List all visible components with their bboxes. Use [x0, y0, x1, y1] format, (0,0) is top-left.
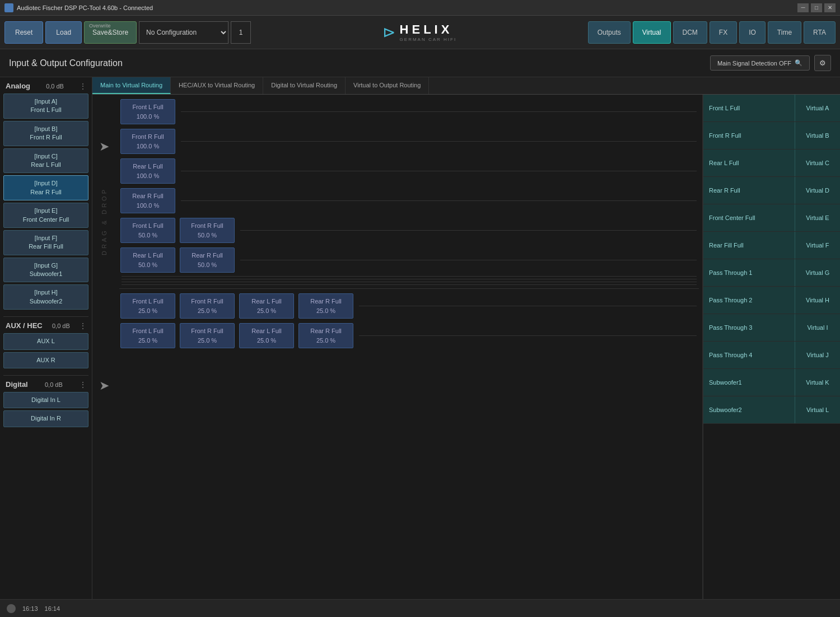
analog-title: Analog [6, 82, 30, 90]
sidebar-item-aux-r[interactable]: AUX R [3, 352, 88, 368]
output-virtual-j[interactable]: Virtual J [795, 342, 840, 368]
output-virtual-i[interactable]: Virtual I [795, 314, 840, 341]
output-label-3: Rear L Full [703, 149, 795, 176]
block-rear-r-50[interactable]: Rear R Full 50.0 % [180, 247, 235, 273]
maximize-button[interactable]: □ [811, 3, 822, 12]
line-7 [122, 276, 697, 277]
output-virtual-c[interactable]: Virtual C [795, 149, 840, 176]
output-panel: Front L Full Virtual A Front R Full Virt… [703, 95, 840, 599]
block-rl-25-2[interactable]: Rear L Full 25.0 % [239, 323, 294, 348]
load-button[interactable]: Load [45, 21, 82, 44]
output-label-1: Front L Full [703, 95, 795, 121]
toolbar: Reset Load Overwrite Save&Store No Confi… [0, 16, 840, 49]
config-select[interactable]: No Configuration [139, 21, 228, 44]
block-rear-r-100[interactable]: Rear R Full 100.0 % [120, 188, 175, 213]
output-row-8: Pass Through 2 Virtual H [703, 287, 840, 314]
line-11 [359, 306, 697, 306]
sidebar: Analog 0,0 dB ⋮ [Input A] Front L Full [… [0, 77, 92, 599]
routing-row-6: Rear L Full 50.0 % Rear R Full 50.0 % [119, 246, 699, 274]
output-virtual-k[interactable]: Virtual K [795, 369, 840, 396]
output-virtual-e[interactable]: Virtual E [795, 204, 840, 231]
sidebar-divider-1 [3, 316, 88, 317]
sidebar-item-input-h[interactable]: [Input H]Subwoofer2 [3, 284, 88, 310]
output-virtual-g[interactable]: Virtual G [795, 259, 840, 286]
block-front-l-100[interactable]: Front L Full 100.0 % [120, 99, 175, 124]
analog-menu-icon[interactable]: ⋮ [80, 82, 86, 90]
output-row-2: Front R Full Virtual B [703, 122, 840, 149]
nav-fx-button[interactable]: FX [710, 21, 737, 44]
nav-time-button[interactable]: Time [768, 21, 801, 44]
tab-hec-virtual[interactable]: HEC/AUX to Virtual Routing [171, 77, 263, 94]
output-label-7: Pass Through 1 [703, 259, 795, 286]
output-label-4: Rear R Full [703, 177, 795, 204]
block-rear-l-100[interactable]: Rear L Full 100.0 % [120, 158, 175, 184]
arrow-icon-2: ➤ [99, 378, 109, 393]
line-5 [240, 230, 697, 231]
block-front-r-50[interactable]: Front R Full 50.0 % [180, 218, 235, 243]
nav-virtual-button[interactable]: Virtual [633, 21, 671, 44]
sidebar-item-aux-l[interactable]: AUX L [3, 333, 88, 349]
sidebar-divider-2 [3, 375, 88, 376]
sidebar-item-input-e[interactable]: [Input E]Front Center Full [3, 203, 88, 228]
output-row-5: Front Center Full Virtual E [703, 204, 840, 232]
block-rr-25-2[interactable]: Rear R Full 25.0 % [298, 323, 353, 348]
block-rear-l-50[interactable]: Rear L Full 50.0 % [120, 247, 175, 273]
logo-symbol: ⊳ [382, 23, 395, 41]
output-label-11: Subwoofer1 [703, 369, 795, 396]
aux-menu-icon[interactable]: ⋮ [80, 322, 86, 330]
line-9 [122, 282, 697, 282]
digital-menu-icon[interactable]: ⋮ [80, 381, 86, 389]
nav-outputs-button[interactable]: Outputs [588, 21, 631, 44]
block-fl-25-1[interactable]: Front L Full 25.0 % [120, 293, 175, 319]
config-number[interactable] [231, 21, 251, 44]
output-virtual-h[interactable]: Virtual H [795, 287, 840, 314]
nav-io-button[interactable]: IO [739, 21, 766, 44]
output-virtual-f[interactable]: Virtual F [795, 232, 840, 259]
aux-header: AUX / HEC 0,0 dB ⋮ [3, 321, 88, 330]
signal-detection-button[interactable]: Main Signal Detection OFF 🔍 [710, 55, 810, 71]
nav-dcm-button[interactable]: DCM [673, 21, 707, 44]
close-button[interactable]: ✕ [824, 3, 836, 12]
output-virtual-d[interactable]: Virtual D [795, 177, 840, 204]
block-fr-25-2[interactable]: Front R Full 25.0 % [180, 323, 235, 348]
app-container: Audiotec Fischer DSP PC-Tool 4.60b - Con… [0, 0, 840, 617]
block-rr-25-1[interactable]: Rear R Full 25.0 % [298, 293, 353, 319]
block-fl-25-2[interactable]: Front L Full 25.0 % [120, 323, 175, 348]
sidebar-item-input-d[interactable]: [Input D]Rear R Full [3, 175, 88, 200]
output-row-10: Pass Through 4 Virtual J [703, 342, 840, 369]
routing-row-4: Rear R Full 100.0 % [119, 187, 699, 214]
sidebar-item-input-f[interactable]: [Input F]Rear Fill Full [3, 230, 88, 255]
sidebar-item-input-a[interactable]: [Input A] Front L Full [3, 94, 88, 119]
minimize-button[interactable]: ─ [797, 3, 809, 12]
sidebar-item-input-g[interactable]: [Input G]Subwoofer1 [3, 258, 88, 283]
window-controls: ─ □ ✕ [797, 3, 836, 12]
block-front-r-100[interactable]: Front R Full 100.0 % [120, 129, 175, 154]
output-virtual-a[interactable]: Virtual A [795, 95, 840, 121]
block-front-l-50[interactable]: Front L Full 50.0 % [120, 218, 175, 243]
aux-db: 0,0 dB [52, 322, 70, 329]
logo-area: ⊳ HELIX GERMAN CAR HIFI [253, 22, 586, 42]
output-virtual-b[interactable]: Virtual B [795, 122, 840, 149]
sidebar-item-input-b[interactable]: [Input B]Front R Full [3, 121, 88, 146]
page-title: Input & Output Configuration [9, 58, 123, 68]
output-row-6: Rear Fill Full Virtual F [703, 232, 840, 259]
line-10 [122, 284, 697, 285]
block-rl-25-1[interactable]: Rear L Full 25.0 % [239, 293, 294, 319]
reset-button[interactable]: Reset [4, 21, 43, 44]
output-label-2: Front R Full [703, 122, 795, 149]
block-fr-25-1[interactable]: Front R Full 25.0 % [180, 293, 235, 319]
output-row-4: Rear R Full Virtual D [703, 177, 840, 204]
status-bar: 16:13 16:14 [0, 599, 840, 617]
routing-row-12: Front L Full 25.0 % Front R Full 25.0 % … [119, 322, 699, 349]
tab-digital-virtual[interactable]: Digital to Virtual Routing [263, 77, 346, 94]
tab-virtual-output[interactable]: Virtual to Output Routing [346, 77, 429, 94]
settings-icon-button[interactable]: ⚙ [814, 55, 831, 71]
tab-main-virtual[interactable]: Main to Virtual Routing [92, 77, 171, 94]
sidebar-item-digital-in-r[interactable]: Digital In R [3, 410, 88, 427]
output-virtual-l[interactable]: Virtual L [795, 396, 840, 423]
digital-db: 0,0 dB [45, 381, 63, 388]
nav-rta-button[interactable]: RTA [804, 21, 836, 44]
save-button[interactable]: Overwrite Save&Store [84, 21, 137, 44]
sidebar-item-digital-in-l[interactable]: Digital In L [3, 392, 88, 408]
sidebar-item-input-c[interactable]: [Input C]Rear L Full [3, 148, 88, 174]
